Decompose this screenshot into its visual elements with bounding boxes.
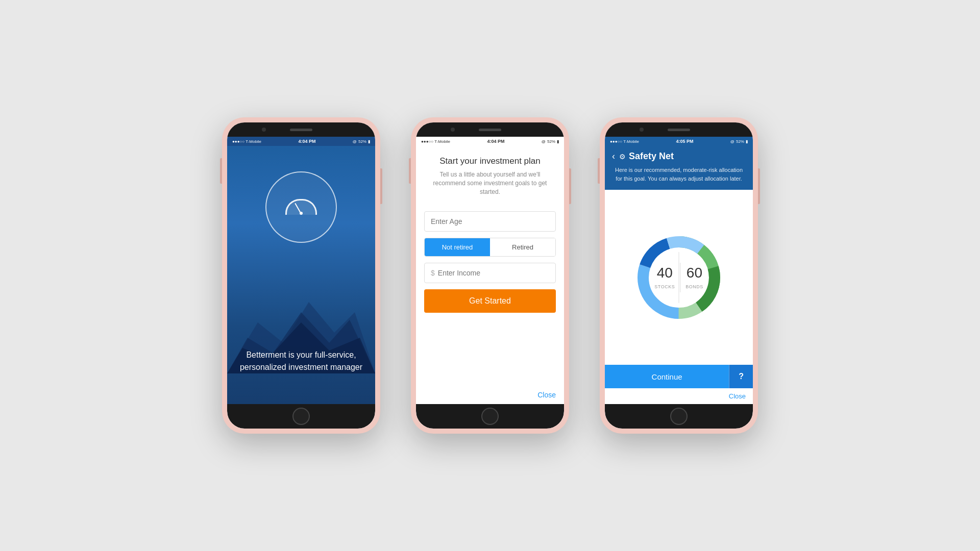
splash-bg: Betterment is your full-service, persona… [227, 146, 375, 404]
form-title: Start your investment plan [424, 156, 556, 166]
bonds-number: 60 [685, 265, 703, 281]
carrier-3: ●●●○○ T-Mobile [610, 139, 639, 144]
top-bezel-3 [605, 122, 753, 137]
bonds-label: BONDS [685, 284, 703, 289]
form-subtitle: Tell us a little about yourself and we'l… [424, 170, 556, 196]
safety-net-screen: ‹ ⚙ Safety Net Here is our recommended, … [605, 146, 753, 404]
donut-center-values: 40 STOCKS 60 BONDS [649, 263, 708, 292]
time-1: 4:04 PM [298, 139, 315, 144]
bottom-bezel-2 [416, 404, 564, 429]
battery-2: @ 52%▮ [542, 139, 559, 144]
phone3-screen: ‹ ⚙ Safety Net Here is our recommended, … [605, 146, 753, 404]
camera-1 [262, 128, 266, 132]
safety-header-top: ‹ ⚙ Safety Net [612, 151, 746, 162]
speedometer-icon [286, 199, 316, 215]
get-started-button[interactable]: Get Started [424, 289, 556, 313]
phone-2: ●●●○○ T-Mobile 4:04 PM @ 52%▮ Start your… [411, 117, 569, 434]
status-bar-2: ●●●○○ T-Mobile 4:04 PM @ 52%▮ [416, 137, 564, 146]
speaker-1 [290, 129, 312, 131]
carrier-2: ●●●○○ T-Mobile [421, 139, 450, 144]
battery-3: @ 52%▮ [730, 139, 748, 144]
age-input[interactable] [424, 211, 556, 232]
stocks-label: STOCKS [654, 284, 675, 289]
question-button[interactable]: ? [729, 365, 753, 388]
bottom-bezel-1 [227, 404, 375, 429]
safety-description: Here is our recommended, moderate-risk a… [612, 166, 746, 183]
continue-button[interactable]: Continue [605, 365, 729, 388]
status-bar-1: ●●●○○ T-Mobile 4:04 PM @ 52% ▮ [227, 137, 375, 146]
form-header: Start your investment plan Tell us a lit… [416, 146, 564, 201]
form-body: Not retired Retired $ Get Started [416, 201, 564, 323]
investment-form: Start your investment plan Tell us a lit… [416, 146, 564, 404]
income-input[interactable] [438, 263, 549, 283]
home-button-1[interactable] [292, 408, 310, 425]
needle-dot-icon [300, 212, 303, 215]
bonds-allocation: 60 BONDS [680, 263, 708, 292]
close-link-2[interactable]: Close [416, 386, 564, 404]
phone2-screen: Start your investment plan Tell us a lit… [416, 146, 564, 404]
safety-title-wrap: ⚙ Safety Net [619, 151, 674, 162]
splash-tagline: Betterment is your full-service, persona… [237, 349, 365, 373]
status-bar-3: ●●●○○ T-Mobile 4:05 PM @ 52%▮ [605, 137, 753, 146]
retirement-toggle: Not retired Retired [424, 238, 556, 257]
dollar-sign-icon: $ [431, 269, 435, 277]
safety-header: ‹ ⚙ Safety Net Here is our recommended, … [605, 146, 753, 190]
donut-chart: 40 STOCKS 60 BONDS [633, 232, 725, 323]
phone1-screen: Betterment is your full-service, persona… [227, 146, 375, 404]
time-2: 4:04 PM [487, 139, 504, 144]
safety-net-title: Safety Net [629, 151, 674, 162]
battery-1: @ 52% ▮ [353, 139, 370, 144]
speaker-2 [479, 129, 501, 131]
close-link-3[interactable]: Close [605, 388, 753, 404]
carrier-1: ●●●○○ T-Mobile [232, 139, 261, 144]
time-3: 4:05 PM [676, 139, 693, 144]
not-retired-button[interactable]: Not retired [425, 238, 490, 256]
allocation-area: 40 STOCKS 60 BONDS [605, 190, 753, 365]
gear-icon: ⚙ [619, 153, 626, 161]
home-button-2[interactable] [481, 408, 499, 425]
phone-3: ●●●○○ T-Mobile 4:05 PM @ 52%▮ ‹ ⚙ Safety… [600, 117, 758, 434]
stocks-number: 40 [654, 265, 675, 281]
top-bezel-1 [227, 122, 375, 137]
stocks-allocation: 40 STOCKS [649, 263, 680, 292]
back-button[interactable]: ‹ [612, 151, 615, 162]
bottom-bezel-3 [605, 404, 753, 429]
retired-button[interactable]: Retired [490, 238, 555, 256]
logo-circle [265, 171, 337, 243]
phone-1: ●●●○○ T-Mobile 4:04 PM @ 52% ▮ [222, 117, 380, 434]
continue-btn-wrap: Continue ? [605, 365, 753, 388]
top-bezel-2 [416, 122, 564, 137]
camera-3 [640, 128, 644, 132]
income-field-wrap: $ [424, 263, 556, 283]
camera-2 [451, 128, 455, 132]
speaker-3 [668, 129, 690, 131]
home-button-3[interactable] [670, 408, 688, 425]
